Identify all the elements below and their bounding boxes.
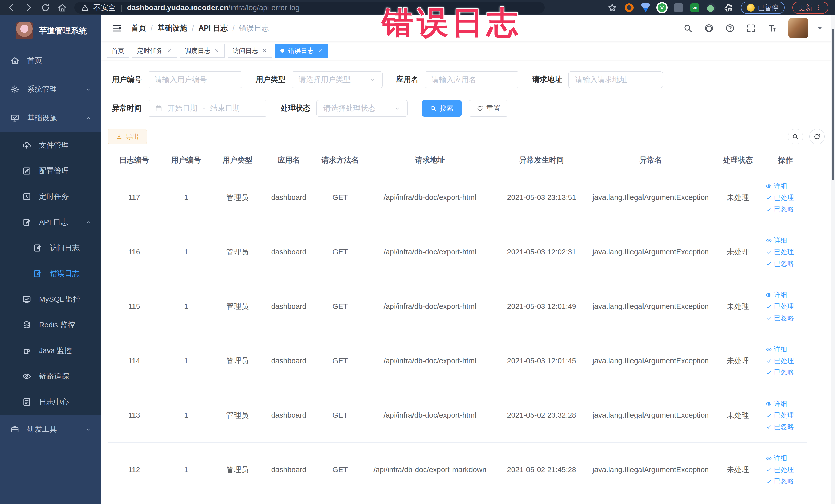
sidebar-item-label: 研发工具: [27, 424, 57, 435]
sidebar-item-定时任务[interactable]: 定时任务: [0, 184, 101, 209]
bookmark-star-icon[interactable]: [607, 3, 617, 13]
toggle-search-button[interactable]: [788, 129, 803, 144]
action-已处理[interactable]: 已处理: [766, 247, 794, 257]
fullscreen-icon[interactable]: [746, 23, 756, 33]
app-title: 芋道管理系统: [39, 25, 87, 36]
sidebar-item-研发工具[interactable]: 研发工具: [0, 415, 101, 444]
action-已忽略[interactable]: 已忽略: [766, 259, 794, 268]
sidebar-item-label: Redis 监控: [39, 320, 75, 330]
action-详细[interactable]: 详细: [766, 345, 787, 354]
sidebar-item-基础设施[interactable]: 基础设施: [0, 104, 101, 133]
breadcrumb-item[interactable]: 首页: [131, 23, 146, 33]
tab-首页[interactable]: 首页: [106, 44, 129, 58]
sidebar-item-系统管理[interactable]: 系统管理: [0, 75, 101, 104]
action-已忽略[interactable]: 已忽略: [766, 422, 794, 431]
user-type-select[interactable]: 请选择用户类型: [291, 72, 383, 88]
action-已忽略[interactable]: 已忽略: [766, 205, 794, 214]
extensions-puzzle-icon[interactable]: [724, 3, 733, 13]
screen: 不安全 | dashboard.yudao.iocoder.cn/infra/l…: [0, 0, 835, 504]
action-已处理[interactable]: 已处理: [766, 302, 794, 311]
sidebar-item-链路追踪[interactable]: 链路追踪: [0, 364, 101, 389]
extension-icon-shield[interactable]: [641, 3, 650, 12]
help-question-icon[interactable]: [725, 23, 735, 33]
check-icon: [766, 315, 772, 321]
search-button[interactable]: 搜索: [422, 100, 462, 117]
action-已忽略[interactable]: 已忽略: [766, 314, 794, 322]
tab-访问日志[interactable]: 访问日志: [228, 44, 272, 58]
cell-user_id: 1: [160, 465, 212, 474]
scrollbar-thumb[interactable]: [832, 29, 834, 180]
extension-icon-on-badge[interactable]: on: [691, 3, 699, 12]
profile-paused-badge[interactable]: 已暂停: [741, 2, 785, 14]
breadcrumb-item[interactable]: 基础设施: [157, 23, 187, 33]
action-详细[interactable]: 详细: [766, 290, 787, 299]
close-icon[interactable]: [262, 48, 267, 54]
action-已处理[interactable]: 已处理: [766, 411, 794, 420]
extension-icon-orange[interactable]: [625, 3, 633, 12]
action-已处理[interactable]: 已处理: [766, 465, 794, 474]
reset-button[interactable]: 重置: [469, 100, 508, 117]
github-icon[interactable]: [704, 23, 714, 33]
cell-actions: 详细已处理已忽略: [763, 345, 807, 377]
sidebar-item-Redis 监控[interactable]: Redis 监控: [0, 312, 101, 338]
reload-icon[interactable]: [41, 3, 50, 13]
action-详细[interactable]: 详细: [766, 236, 787, 245]
extension-icon-green-v[interactable]: V: [658, 3, 666, 12]
user-id-input[interactable]: [148, 72, 242, 88]
extension-icon-grid[interactable]: [674, 3, 683, 12]
action-已忽略[interactable]: 已忽略: [766, 477, 794, 486]
browser-home-icon[interactable]: [58, 3, 67, 13]
sidebar-item-首页[interactable]: 首页: [0, 46, 101, 75]
sidebar-item-API 日志[interactable]: API 日志: [0, 209, 101, 235]
sidebar-item-配置管理[interactable]: 配置管理: [0, 158, 101, 184]
hamburger-icon[interactable]: [111, 23, 122, 34]
extension-icon-leaf[interactable]: [707, 3, 716, 12]
table-toolbar: 导出: [108, 129, 825, 144]
action-已忽略[interactable]: 已忽略: [766, 368, 794, 377]
cell-user_id: 1: [160, 193, 212, 202]
tab-定时任务[interactable]: 定时任务: [132, 44, 177, 58]
page-scrollbar[interactable]: [831, 15, 835, 504]
tab-调度日志[interactable]: 调度日志: [180, 44, 225, 58]
request-url-input[interactable]: [568, 72, 663, 88]
process-status-label: 处理状态: [281, 103, 310, 114]
chevron-up-icon: [85, 115, 91, 121]
action-已处理[interactable]: 已处理: [766, 356, 794, 365]
close-icon[interactable]: [166, 48, 172, 54]
sidebar-item-错误日志[interactable]: 错误日志: [0, 261, 101, 286]
tab-错误日志[interactable]: 错误日志: [276, 44, 328, 58]
close-icon[interactable]: [214, 48, 220, 54]
annotation-error-log: 错误日志: [382, 2, 522, 44]
cell-time: 2021-05-03 12:01:45: [494, 357, 589, 365]
forward-icon[interactable]: [24, 3, 33, 13]
cell-app: dashboard: [263, 302, 314, 311]
navbar-actions: [683, 18, 825, 38]
process-status-select[interactable]: 请选择处理状态: [317, 100, 408, 117]
caret-down-icon[interactable]: [815, 23, 825, 33]
sidebar-item-Java 监控[interactable]: Java 监控: [0, 338, 101, 364]
action-已处理[interactable]: 已处理: [766, 193, 794, 202]
action-详细[interactable]: 详细: [766, 399, 787, 408]
breadcrumb-item[interactable]: API 日志: [199, 23, 228, 33]
cell-exception: java.lang.IllegalArgumentException: [589, 465, 712, 474]
kebab-menu-icon[interactable]: [815, 4, 822, 11]
refresh-table-button[interactable]: [809, 129, 825, 144]
export-button-label: 导出: [125, 132, 139, 141]
export-button[interactable]: 导出: [108, 129, 147, 144]
exception-time-range-input[interactable]: 开始日期 - 结束日期: [148, 100, 267, 117]
user-avatar[interactable]: [788, 18, 808, 38]
sidebar-item-MySQL 监控[interactable]: MySQL 监控: [0, 286, 101, 312]
sidebar-item-文件管理[interactable]: 文件管理: [0, 133, 101, 158]
close-icon[interactable]: [317, 48, 323, 54]
app-name-input[interactable]: [425, 72, 519, 88]
sidebar-logo-row[interactable]: 芋道管理系统: [0, 15, 101, 46]
action-详细[interactable]: 详细: [766, 182, 787, 190]
sidebar-item-访问日志[interactable]: 访问日志: [0, 235, 101, 261]
search-icon[interactable]: [683, 23, 693, 33]
search-button-label: 搜索: [440, 104, 453, 113]
chrome-update-button[interactable]: 更新: [792, 2, 828, 14]
back-icon[interactable]: [7, 3, 16, 13]
text-size-icon[interactable]: [767, 23, 777, 33]
sidebar-item-日志中心[interactable]: 日志中心: [0, 389, 101, 415]
action-详细[interactable]: 详细: [766, 454, 787, 463]
